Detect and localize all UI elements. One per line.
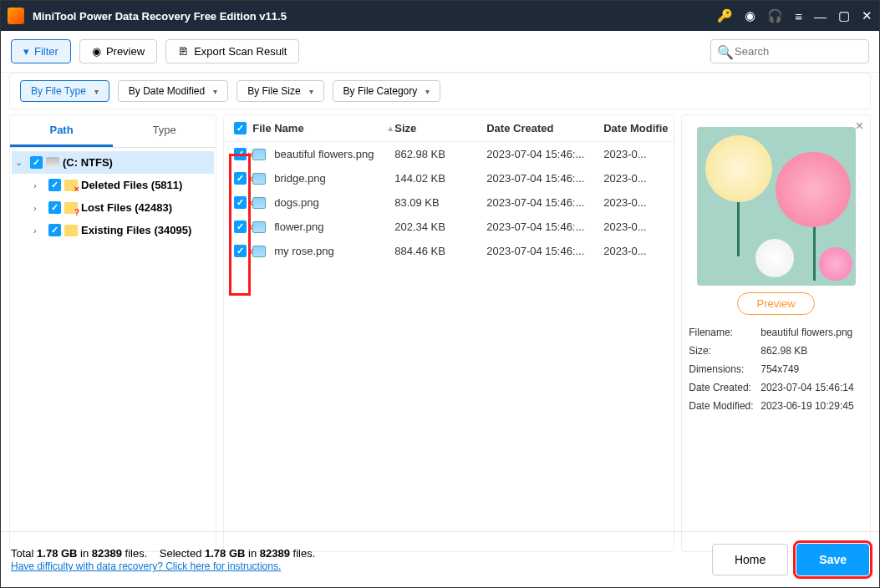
preview-file-button[interactable]: Preview xyxy=(737,292,814,315)
file-date-modified: 2023-0... xyxy=(603,220,670,233)
file-date-created: 2023-07-04 15:46:... xyxy=(486,172,603,185)
tree-deleted[interactable]: › Deleted Files (5811) xyxy=(12,174,214,196)
checkbox[interactable] xyxy=(30,156,43,169)
tab-path[interactable]: Path xyxy=(10,115,113,147)
table-row[interactable]: dogs.png83.09 KB2023-07-04 15:46:...2023… xyxy=(224,190,674,215)
export-button[interactable]: 🖹Export Scan Result xyxy=(165,39,299,63)
checkbox[interactable] xyxy=(234,172,247,185)
file-name: bridge.png xyxy=(274,172,325,185)
filter-by-type[interactable]: By File Type xyxy=(20,80,109,102)
checkbox-all[interactable] xyxy=(234,122,247,134)
home-button[interactable]: Home xyxy=(712,544,788,575)
folder-deleted-icon xyxy=(64,180,78,191)
detail-date-modified: 2023-06-19 10:29:45 xyxy=(760,400,863,412)
toolbar: ▾Filter ◉Preview 🖹Export Scan Result 🔍 xyxy=(1,31,879,73)
file-date-modified: 2023-0... xyxy=(603,148,670,160)
checkbox[interactable] xyxy=(48,201,61,214)
key-icon[interactable]: 🔑 xyxy=(717,8,733,23)
table-row[interactable]: flower.png202.34 KB2023-07-04 15:46:...2… xyxy=(224,215,674,239)
detail-filename: beautiful flowers.png xyxy=(760,327,863,338)
filter-by-size[interactable]: By File Size xyxy=(237,80,323,102)
sort-asc-icon: ▲ xyxy=(386,124,394,133)
titlebar: MiniTool Power Data Recovery Free Editio… xyxy=(1,1,879,31)
filter-button[interactable]: ▾Filter xyxy=(11,39,71,63)
collapse-icon[interactable]: ⌄ xyxy=(15,157,27,168)
detail-size: 862.98 KB xyxy=(760,345,863,357)
file-date-created: 2023-07-04 15:46:... xyxy=(486,220,603,233)
file-name: dogs.png xyxy=(274,196,319,209)
col-name[interactable]: File Name xyxy=(252,122,303,134)
table-header: File Name▲ Size Date Created Date Modifi… xyxy=(224,115,674,142)
folder-icon xyxy=(64,225,78,236)
headset-icon[interactable]: 🎧 xyxy=(767,8,783,23)
image-file-icon xyxy=(252,221,266,233)
filter-by-category[interactable]: By File Category xyxy=(333,80,441,102)
footer: Total 1.78 GB in 82389 files. Selected 1… xyxy=(1,531,879,587)
file-date-created: 2023-07-04 15:46:... xyxy=(486,245,603,257)
file-date-created: 2023-07-04 15:46:... xyxy=(486,196,603,209)
file-size: 884.46 KB xyxy=(394,245,486,257)
preview-thumbnail xyxy=(697,127,856,286)
checkbox[interactable] xyxy=(234,148,247,160)
file-size: 144.02 KB xyxy=(394,172,486,185)
close-icon[interactable]: ✕ xyxy=(862,8,872,23)
window-title: MiniTool Power Data Recovery Free Editio… xyxy=(33,10,717,23)
file-name: my rose.png xyxy=(274,245,334,257)
maximize-icon[interactable]: ▢ xyxy=(838,8,850,23)
detail-date-created: 2023-07-04 15:46:14 xyxy=(760,382,863,393)
col-date-created[interactable]: Date Created xyxy=(486,122,603,134)
eye-icon: ◉ xyxy=(92,45,101,58)
checkbox[interactable] xyxy=(234,220,247,233)
file-name: flower.png xyxy=(274,220,323,233)
detail-panel: × Preview Filename:beautiful flowers.png… xyxy=(681,114,871,552)
search-input[interactable] xyxy=(710,39,869,63)
expand-icon[interactable]: › xyxy=(33,203,45,213)
export-icon: 🖹 xyxy=(178,45,189,58)
expand-icon[interactable]: › xyxy=(33,180,45,190)
menu-icon[interactable]: ≡ xyxy=(795,9,802,23)
file-name: beautiful flowers.png xyxy=(274,148,374,160)
table-row[interactable]: bridge.png144.02 KB2023-07-04 15:46:...2… xyxy=(224,166,674,190)
app-logo-icon xyxy=(8,8,24,24)
col-date-modified[interactable]: Date Modifie xyxy=(603,122,670,134)
expand-icon[interactable]: › xyxy=(33,226,45,236)
image-file-icon xyxy=(252,149,266,160)
filter-row: By File Type By Date Modified By File Si… xyxy=(9,73,871,109)
file-size: 202.34 KB xyxy=(394,220,486,233)
file-date-modified: 2023-0... xyxy=(603,172,670,185)
table-row[interactable]: beautiful flowers.png862.98 KB2023-07-04… xyxy=(224,142,674,166)
image-file-icon xyxy=(252,197,266,209)
funnel-icon: ▾ xyxy=(23,45,29,58)
save-button[interactable]: Save xyxy=(796,544,869,575)
col-size[interactable]: Size xyxy=(394,122,486,134)
tree-existing[interactable]: › Existing Files (34095) xyxy=(12,219,214,241)
file-date-modified: 2023-0... xyxy=(603,245,670,257)
image-file-icon xyxy=(252,246,266,257)
drive-icon xyxy=(46,157,59,169)
file-size: 862.98 KB xyxy=(394,148,486,160)
preview-button[interactable]: ◉Preview xyxy=(79,39,157,63)
tree-lost[interactable]: › Lost Files (42483) xyxy=(12,196,214,219)
tab-type[interactable]: Type xyxy=(113,115,216,147)
folder-lost-icon xyxy=(64,202,78,214)
checkbox[interactable] xyxy=(234,245,247,257)
file-date-modified: 2023-0... xyxy=(603,196,670,209)
table-row[interactable]: my rose.png884.46 KB2023-07-04 15:46:...… xyxy=(224,239,674,263)
filter-by-date[interactable]: By Date Modified xyxy=(118,80,228,102)
file-list-panel: File Name▲ Size Date Created Date Modifi… xyxy=(223,114,674,552)
image-file-icon xyxy=(252,173,266,185)
file-size: 83.09 KB xyxy=(394,196,486,209)
search-icon: 🔍 xyxy=(717,44,734,60)
help-link[interactable]: Have difficulty with data recovery? Clic… xyxy=(11,560,281,572)
detail-dimensions: 754x749 xyxy=(760,363,863,375)
disc-icon[interactable]: ◉ xyxy=(745,8,755,23)
checkbox[interactable] xyxy=(234,196,247,209)
minimize-icon[interactable]: — xyxy=(814,9,827,23)
file-date-created: 2023-07-04 15:46:... xyxy=(486,148,603,160)
checkbox[interactable] xyxy=(48,224,61,236)
checkbox[interactable] xyxy=(48,179,61,191)
total-summary: Total 1.78 GB in 82389 files. Selected 1… xyxy=(11,547,315,560)
tree-panel: Path Type ⌄ (C: NTFS) › Deleted Files (5… xyxy=(9,114,216,552)
close-panel-icon[interactable]: × xyxy=(856,119,863,134)
tree-drive[interactable]: ⌄ (C: NTFS) xyxy=(12,151,214,174)
